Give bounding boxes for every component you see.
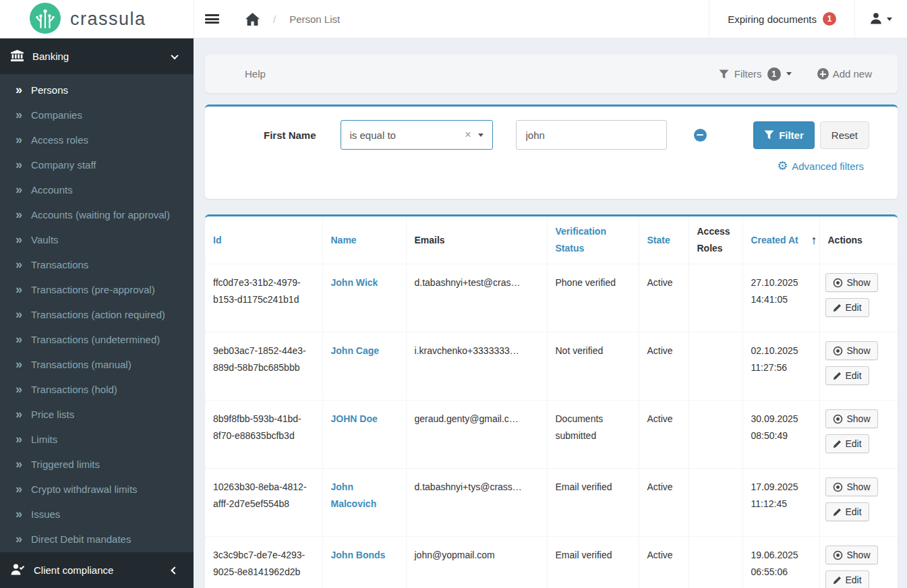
table-row: 8b9f8fbb-593b-41bd-8f70-e88635bcfb3dJOHN… xyxy=(205,401,898,469)
sidebar-item-access-roles[interactable]: »Access roles xyxy=(0,127,194,152)
expiring-documents-link[interactable]: Expiring documents 1 xyxy=(709,0,854,38)
sidebar-item-direct-debit-mandates[interactable]: »Direct Debit mandates xyxy=(0,527,194,552)
breadcrumb-current: Person List xyxy=(289,13,340,25)
reset-button[interactable]: Reset xyxy=(820,121,869,149)
home-icon[interactable] xyxy=(245,13,260,26)
column-header-verification-status[interactable]: Verification Status xyxy=(547,216,639,264)
verification-status-cell: Email verified xyxy=(547,537,639,588)
sidebar-item-crypto-withdrawal-limits[interactable]: »Crypto withdrawal limits xyxy=(0,477,194,502)
sidebar-item-label: Vaults xyxy=(31,234,59,245)
sidebar: Banking »Persons»Companies»Access roles»… xyxy=(0,38,194,588)
clear-selection-icon[interactable]: × xyxy=(465,129,471,141)
column-header-name[interactable]: Name xyxy=(322,216,406,264)
crassula-logo[interactable]: crassula xyxy=(0,0,194,38)
sidebar-item-companies[interactable]: »Companies xyxy=(0,102,194,127)
sidebar-item-transactions[interactable]: »Transactions xyxy=(0,252,194,277)
sidebar-item-label: Price lists xyxy=(31,409,74,420)
verification-status-cell: Phone verified xyxy=(547,264,639,332)
actions-cell: ShowEdit xyxy=(819,332,898,401)
state-cell: Active xyxy=(639,469,689,537)
sidebar-item-triggered-limits[interactable]: »Triggered limits xyxy=(0,452,194,477)
sidebar-item-transactions-undetermined[interactable]: »Transactions (undetermined) xyxy=(0,327,194,352)
advanced-filters-label: Advanced filters xyxy=(792,160,864,172)
top-header: crassula / Person List Expiring document… xyxy=(0,0,907,38)
edit-button[interactable]: Edit xyxy=(825,434,869,453)
sidebar-section-label: Client compliance xyxy=(34,564,113,576)
person-id-cell: 3c3c9bc7-de7e-4293-9025-8e8141962d2b xyxy=(205,537,322,588)
show-button[interactable]: Show xyxy=(825,477,878,496)
person-id-cell: 10263b30-8eba-4812-afff-2d7e5ef554b8 xyxy=(205,469,322,537)
column-header-state[interactable]: State xyxy=(639,216,689,264)
double-chevron-icon: » xyxy=(16,308,22,320)
filter-value-input[interactable] xyxy=(516,120,667,150)
add-new-button[interactable]: Add new xyxy=(817,68,872,80)
column-header-id[interactable]: Id xyxy=(205,216,322,264)
sidebar-section-banking[interactable]: Banking xyxy=(0,38,194,74)
bank-icon xyxy=(11,50,24,63)
sidebar-item-limits[interactable]: »Limits xyxy=(0,427,194,452)
eye-icon xyxy=(833,482,843,492)
show-button[interactable]: Show xyxy=(825,273,878,292)
show-button-label: Show xyxy=(847,550,871,560)
double-chevron-icon: » xyxy=(16,433,22,445)
eye-icon xyxy=(833,414,843,424)
show-button[interactable]: Show xyxy=(825,409,878,428)
state-cell: Active xyxy=(639,332,689,401)
filter-submit-button[interactable]: Filter xyxy=(753,121,815,149)
sidebar-item-transactions-manual[interactable]: »Transactions (manual) xyxy=(0,352,194,377)
column-header-emails: Emails xyxy=(406,216,547,264)
verification-status-cell: Documents submitted xyxy=(547,401,639,469)
sidebar-section-client-compliance[interactable]: Client compliance xyxy=(0,552,194,588)
help-link[interactable]: Help xyxy=(245,68,266,80)
double-chevron-icon: » xyxy=(16,483,22,495)
table-body: ffc0d7e3-31b2-4979-b153-d1175c241b1dJohn… xyxy=(205,264,898,588)
person-name-link[interactable]: John Cage xyxy=(331,345,380,356)
edit-button[interactable]: Edit xyxy=(825,502,869,521)
table-row: 9eb03ac7-1852-44e3-889d-58b7bc685bbbJohn… xyxy=(205,332,898,401)
sidebar-item-accounts-waiting-for-approval[interactable]: »Accounts (waiting for approval) xyxy=(0,202,194,227)
advanced-filters-link[interactable]: ⚙ Advanced filters xyxy=(777,160,864,172)
edit-button[interactable]: Edit xyxy=(825,366,869,385)
remove-filter-button[interactable] xyxy=(694,129,707,142)
sidebar-item-company-staff[interactable]: »Company staff xyxy=(0,152,194,177)
sidebar-toggle-button[interactable] xyxy=(194,0,229,38)
operator-select[interactable]: is equal to × xyxy=(341,120,493,150)
edit-button[interactable]: Edit xyxy=(825,570,869,588)
sidebar-item-transactions-pre-approval[interactable]: »Transactions (pre-approval) xyxy=(0,277,194,302)
advanced-filters-row: ⚙ Advanced filters xyxy=(205,150,898,172)
table-header-row: IdNameEmailsVerification StatusStateAcce… xyxy=(205,216,898,264)
actions-cell: ShowEdit xyxy=(819,264,898,332)
edit-button[interactable]: Edit xyxy=(825,298,869,317)
filters-dropdown[interactable]: Filters 1 xyxy=(719,67,792,81)
sidebar-item-persons[interactable]: »Persons xyxy=(0,78,194,102)
sidebar-item-accounts[interactable]: »Accounts xyxy=(0,177,194,202)
gears-icon: ⚙ xyxy=(777,160,788,172)
person-name-link[interactable]: JOHN Doe xyxy=(331,413,378,424)
person-name-link[interactable]: John Bonds xyxy=(331,550,386,560)
chevron-left-icon xyxy=(171,566,178,574)
sidebar-item-price-lists[interactable]: »Price lists xyxy=(0,402,194,427)
sidebar-item-label: Transactions (action required) xyxy=(31,309,165,320)
show-button[interactable]: Show xyxy=(825,341,878,360)
sidebar-item-label: Transactions xyxy=(31,259,88,270)
filter-actions: Filter Reset xyxy=(753,121,869,149)
filter-field-label: First Name xyxy=(264,129,316,141)
person-emails-cell: d.tabashnyi+test@cras… xyxy=(406,264,547,332)
user-menu-button[interactable] xyxy=(854,0,907,38)
person-name-link[interactable]: John Malcovich xyxy=(331,481,377,509)
show-button[interactable]: Show xyxy=(825,546,878,564)
person-emails-cell: geraud.genty@gmail.c… xyxy=(406,401,547,469)
sidebar-item-issues[interactable]: »Issues xyxy=(0,502,194,527)
sidebar-item-label: Company staff xyxy=(31,159,96,171)
sidebar-item-transactions-action-required[interactable]: »Transactions (action required) xyxy=(0,302,194,327)
access-roles-cell xyxy=(689,469,742,537)
person-name-link[interactable]: John Wick xyxy=(331,277,378,288)
sidebar-item-transactions-hold[interactable]: »Transactions (hold) xyxy=(0,377,194,402)
double-chevron-icon: » xyxy=(16,208,22,220)
verification-status-cell: Not verified xyxy=(547,332,639,401)
column-header-created-at[interactable]: Created At↑ xyxy=(742,216,819,264)
expiring-documents-count-badge: 1 xyxy=(823,12,836,26)
column-header-actions: Actions xyxy=(819,216,898,264)
sidebar-item-vaults[interactable]: »Vaults xyxy=(0,227,194,252)
created-at-cell: 27.10.2025 14:41:05 xyxy=(742,264,819,332)
